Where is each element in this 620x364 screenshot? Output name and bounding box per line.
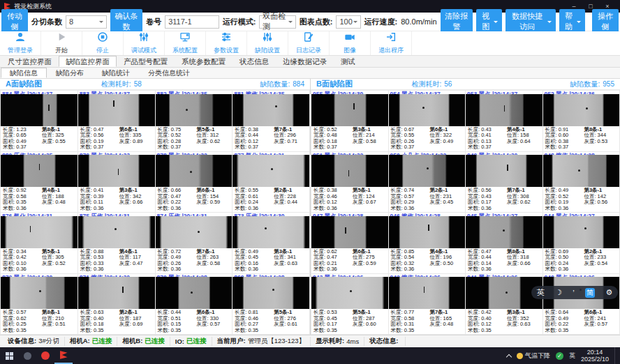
defect-cell[interactable]: 869 黑点 |20:14:28长度: 0.81宽度: 0.46面积: 0.27… [232,274,309,335]
defect-cell[interactable]: 952 黑点 |20:14:36长度: 0.91宽度: 0.60面积: 0.38… [543,91,620,151]
defect-image[interactable] [156,94,232,126]
defect-image[interactable] [1,216,78,248]
exit-button[interactable]: 退出程序 [371,31,412,55]
defect-image[interactable] [232,277,309,309]
antivirus-check-icon[interactable] [556,352,563,360]
taskbar-app-inspection[interactable] [54,347,73,364]
defect-image[interactable] [543,216,620,248]
log-button[interactable]: 日志记录 [288,31,330,55]
defect-cell[interactable]: 875 压伤 |20:14:31长度: 0.88宽度: 0.53面积: 0.33… [78,213,155,273]
defect-image[interactable] [78,277,155,309]
tab-0[interactable]: 尺寸监控界面 [1,56,59,67]
defect-cell[interactable]: 878 黑点 |20:14:32长度: 0.66宽度: 0.47面积: 0.22… [156,152,232,213]
defect-cell[interactable]: 876 氧化 |20:14:31长度: 0.34宽度: 0.42面积: 0.10… [1,213,78,273]
defect-cell[interactable]: 881 擦伤 |20:14:35长度: 0.38宽度: 0.44面积: 0.12… [232,91,309,151]
image-button[interactable]: 图像 [330,31,371,55]
taskbar-app-2[interactable] [36,347,54,364]
ime-simplified-toggle[interactable]: 简 [585,288,595,298]
defect-image[interactable] [389,216,466,248]
tab-3[interactable]: 系统参数配置 [175,56,232,67]
defect-cell[interactable]: 940 黑点 |20:14:26长度: 0.64宽度: 0.49面积: 0.22… [543,274,620,335]
tab-1[interactable]: 缺陷监控界面 [59,56,117,67]
subtab-3[interactable]: 分类信息统计 [139,68,199,78]
taskbar-app-1[interactable] [18,347,36,364]
data-quick-access-button[interactable]: 数据快捷访问 [505,9,556,34]
tab-4[interactable]: 状态信息 [232,56,276,67]
defect-cell[interactable]: 950 小凸点 |20:14:32长度: 0.74宽度: 0.57面积: 0.2… [389,152,466,213]
defect-cell[interactable]: 955 黑点 |20:14:39长度: 0.52宽度: 0.48面积: 0.18… [311,91,388,151]
defect-image[interactable] [311,277,388,309]
ime-english-toggle[interactable]: 英 [537,287,545,298]
defect-settings-button[interactable]: 缺陷设置 [247,31,288,55]
defect-cell[interactable]: 871 擦伤 |20:14:30长度: 0.63宽度: 0.40面积: 0.18… [78,274,155,335]
defect-cell[interactable]: 953 黑点 |20:14:37长度: 0.43宽度: 0.41面积: 0.13… [466,91,542,151]
defect-cell[interactable]: 946 擦伤 |20:14:28长度: 0.85宽度: 0.54面积: 0.32… [389,213,466,273]
defect-image[interactable] [1,155,78,187]
defect-image[interactable] [232,155,309,187]
defect-cell[interactable]: 941 黑点 |20:14:26长度: 0.42宽度: 0.40面积: 0.12… [466,274,542,335]
defect-cell[interactable]: 873 压伤 |20:14:30长度: 0.49宽度: 0.45面积: 0.16… [232,213,309,273]
show-desktop-button[interactable] [614,347,617,364]
defect-image[interactable] [389,155,466,187]
defect-image[interactable] [1,277,78,309]
tab-2[interactable]: 产品型号配置 [117,56,175,67]
defect-cell[interactable]: 944 黑点 |20:14:27长度: 0.69宽度: 0.50面积: 0.24… [543,213,620,273]
drive-side-button[interactable]: 传动侧 [1,9,28,34]
param-settings-button[interactable]: 参数设置 [206,31,247,55]
defect-image[interactable] [232,94,309,126]
system-config-button[interactable]: 系统配置 [165,31,206,55]
run-mode-select[interactable]: 双面检测 [259,15,295,29]
defect-cell[interactable]: 882 黑点 |20:14:35长度: 0.75宽度: 0.52面积: 0.28… [156,91,232,151]
defect-image[interactable] [156,155,232,187]
operate-side-button[interactable]: 操作侧 [592,9,619,34]
defect-cell[interactable]: 883 黑点 |20:14:37长度: 0.47宽度: 0.56面积: 0.19… [78,91,155,151]
defect-image[interactable] [466,216,542,248]
defect-cell[interactable]: 945 黑点 |20:14:27长度: 0.47宽度: 0.44面积: 0.14… [466,213,542,273]
slit-count-select[interactable]: 8 [66,15,107,29]
defect-cell[interactable]: 870 黑点 |20:14:28长度: 0.44宽度: 0.51面积: 0.15… [156,274,232,335]
defect-image[interactable] [311,216,388,248]
start-button[interactable]: 开始 [41,31,82,55]
roll-number-input[interactable]: 3117-1 [165,15,219,29]
defect-cell[interactable]: 874 压伤 |20:14:31长度: 0.72宽度: 0.49面积: 0.26… [156,213,232,273]
defect-cell[interactable]: 947 黑点 |20:14:28长度: 0.62宽度: 0.47面积: 0.21… [311,213,388,273]
defect-image[interactable] [466,94,542,126]
ime-toolbar[interactable]: 英 ☽ ’ 简 ⚙ [531,286,618,299]
subtab-0[interactable]: 缺陷信息 [1,68,47,78]
defect-image[interactable] [78,94,155,126]
defect-image[interactable] [311,94,388,126]
defect-cell[interactable]: 942 擦伤 |20:14:26长度: 0.77宽度: 0.58面积: 0.31… [389,274,466,335]
defect-cell[interactable]: 949 黑点 |20:14:30长度: 0.56宽度: 0.43面积: 0.17… [466,152,542,213]
login-button[interactable]: 管理登录 [0,31,41,55]
tab-6[interactable]: 测试 [334,56,362,67]
defect-cell[interactable]: 943 黑点 |20:14:26长度: 0.53宽度: 0.45面积: 0.17… [311,274,388,335]
gear-icon[interactable]: ⚙ [605,288,612,297]
weather-widget[interactable]: 气温下降 [517,351,550,361]
defect-image[interactable] [156,216,232,248]
defect-image[interactable] [543,155,620,187]
defect-cell[interactable]: 951 黑点 |20:14:32长度: 0.38宽度: 0.46面积: 0.12… [311,152,388,213]
defect-cell[interactable]: 954 黑点 |20:14:37长度: 0.67宽度: 0.55面积: 0.26… [389,91,466,151]
clear-alarm-button[interactable]: 清除报警 [441,9,473,34]
chart-points-select[interactable]: 100 [336,15,360,29]
defect-image[interactable] [389,277,466,309]
subtab-2[interactable]: 缺陷统计 [93,68,139,78]
stop-button[interactable]: 停止 [82,31,124,55]
defect-image[interactable] [156,277,232,309]
moon-icon[interactable]: ☽ [555,288,562,297]
defect-image[interactable] [311,155,388,187]
defect-image[interactable] [78,155,155,187]
defect-image[interactable] [232,216,309,248]
defect-cell[interactable]: 884 黑点 |20:14:37长度: 1.23宽度: 0.65面积: 0.49… [1,91,78,151]
subtab-1[interactable]: 缺陷分布 [47,68,93,78]
language-indicator[interactable]: 英 [569,351,575,361]
taskbar-clock[interactable]: 20:142025/2/10 [581,349,609,363]
apostrophe-icon[interactable]: ’ [573,289,574,297]
debug-mode-button[interactable]: 调试模式 [124,31,165,55]
defect-cell[interactable]: 872 黑点 |20:14:30长度: 0.57宽度: 0.62面积: 0.25… [1,274,78,335]
defect-cell[interactable]: 880 压伤 |20:14:35长度: 0.92宽度: 0.58面积: 0.35… [1,152,78,213]
defect-image[interactable] [1,94,78,126]
tab-5[interactable]: 边缘数据记录 [276,56,334,67]
view-menu-button[interactable]: 视图 [476,9,502,34]
start-menu-button[interactable] [0,347,18,364]
